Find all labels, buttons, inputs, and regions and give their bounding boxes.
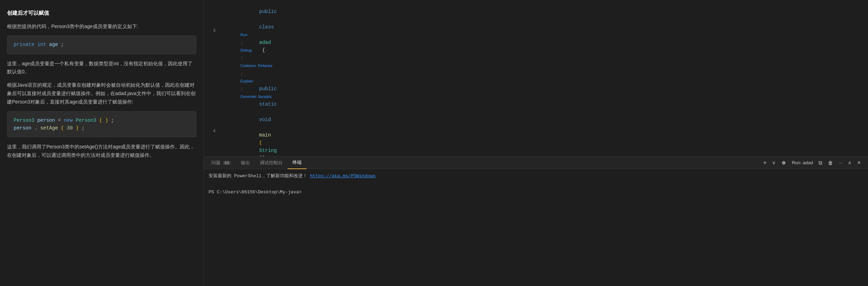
right-panel: 3 public class adad { Run | bbox=[204, 0, 868, 286]
tab-problems-badge: 63 bbox=[223, 161, 231, 165]
tab-output[interactable]: 输出 bbox=[236, 157, 255, 169]
code-line-1: Person3 person = new Person3 ( ) ; bbox=[14, 117, 190, 124]
action-debug[interactable]: Debug bbox=[241, 48, 252, 52]
chevron-down-icon[interactable]: ∨ bbox=[771, 159, 777, 166]
bottom-panel: 问题 63 输出 调试控制台 终端 + ∨ bbox=[204, 156, 868, 286]
tab-debug-label: 调试控制台 bbox=[260, 160, 283, 166]
keyword-private: private bbox=[14, 42, 34, 47]
code-block-2: Person3 person = new Person3 ( ) ; perso… bbox=[7, 111, 196, 138]
run-label: Run: adad bbox=[790, 159, 814, 166]
paragraph1: 根据您提供的代码，Person3类中的age成员变量的定义如下: bbox=[7, 22, 196, 31]
left-panel-title: 创建后才可以赋值 bbox=[7, 8, 196, 18]
run-label-text: Run: adad bbox=[792, 160, 813, 165]
tab-problems[interactable]: 问题 63 bbox=[206, 157, 236, 169]
left-panel: 创建后才可以赋值 根据您提供的代码，Person3类中的age成员变量的定义如下… bbox=[0, 0, 204, 286]
var-age: age bbox=[49, 42, 58, 47]
terminal-url[interactable]: https://aka.ms/PSWindows bbox=[310, 173, 376, 179]
gear-icon[interactable] bbox=[780, 160, 788, 166]
close-panel-button[interactable]: ✕ bbox=[856, 159, 862, 166]
editor-area: 3 public class adad { Run | bbox=[204, 0, 868, 156]
terminal-line-1: 安装最新的 PowerShell，了解新功能和改进！ https://aka.m… bbox=[209, 173, 863, 180]
semicolon: ; bbox=[61, 42, 64, 47]
action-run[interactable]: Run bbox=[241, 33, 248, 37]
action-codeium-refactor[interactable]: Codeium: Refactor bbox=[241, 64, 273, 68]
split-editor-icon[interactable]: ⧉ bbox=[817, 159, 824, 167]
tab-terminal-label: 终端 bbox=[292, 159, 302, 166]
tab-debug-console[interactable]: 调试控制台 bbox=[255, 157, 288, 169]
code-line-4: 4 public static void main ( String [] ar… bbox=[204, 69, 868, 156]
chevron-up-icon[interactable]: ∧ bbox=[847, 159, 853, 166]
tab-terminal[interactable]: 终端 bbox=[288, 157, 307, 169]
code-lines: 3 public class adad { Run | bbox=[204, 0, 868, 156]
terminal-text-1: 安装最新的 PowerShell，了解新功能和改进！ bbox=[209, 173, 307, 179]
action-bar-line: Run | Debug | Codeium: Refactor | Explai… bbox=[204, 62, 868, 69]
code-block-1: private int age ; bbox=[7, 35, 196, 54]
paragraph3: 根据Java语言的规定，成员变量在创建对象时会被自动初始化为默认值，因此在创建对… bbox=[7, 81, 196, 106]
terminal-line-3: PS C:\Users\86156\Desktop\My-java> bbox=[209, 189, 863, 196]
tab-problems-label: 问题 bbox=[211, 160, 221, 166]
panel-actions: + ∨ Run: adad ⧉ 🗑 ··· ∧ bbox=[762, 159, 865, 167]
add-terminal-button[interactable]: + bbox=[762, 159, 768, 167]
paragraph4: 这里，我们调用了Person3类中的setAge()方法对age成员变量进行了赋… bbox=[7, 143, 196, 160]
terminal-prompt: PS C:\Users\86156\Desktop\My-java> bbox=[209, 189, 302, 195]
tab-output-label: 输出 bbox=[241, 160, 250, 166]
trash-icon[interactable]: 🗑 bbox=[827, 159, 834, 166]
code-line-2: person . setAge ( 30 ) ; bbox=[14, 124, 190, 132]
more-actions-icon[interactable]: ··· bbox=[837, 159, 844, 166]
terminal-content: 安装最新的 PowerShell，了解新功能和改进！ https://aka.m… bbox=[204, 169, 868, 286]
panel-tabs: 问题 63 输出 调试控制台 终端 + ∨ bbox=[204, 157, 868, 169]
keyword-int: int bbox=[37, 42, 46, 47]
paragraph2: 这里，age成员变量是一个私有变量，数据类型是int，没有指定初始化值，因此使用… bbox=[7, 60, 196, 77]
terminal-line-2 bbox=[209, 181, 863, 188]
